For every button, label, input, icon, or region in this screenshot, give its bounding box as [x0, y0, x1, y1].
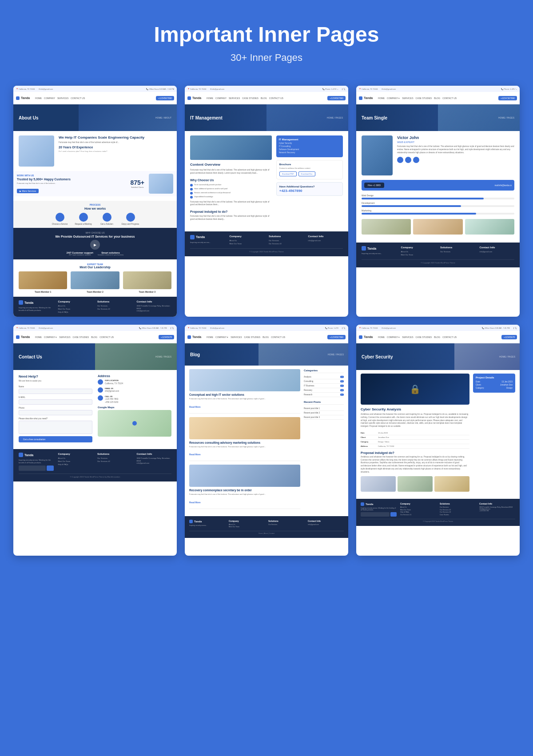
it-management-thumbnail[interactable]: 📍 California, TX 75104 ✉ info@gmail.com …	[185, 86, 348, 317]
it-nav-contact[interactable]: CONTACT US	[269, 97, 283, 99]
it-sidebar-cyber[interactable]: Cyber Security	[279, 142, 340, 144]
about-footer-link-3[interactable]: Help & FAQs	[58, 311, 93, 313]
blog-footer-sol-1[interactable]: Our Services	[268, 524, 304, 525]
blog-nav-services[interactable]: SERVICES	[231, 336, 242, 338]
cyber-security-thumbnail[interactable]: 📍 California, TX 75104 ✉ info@gmail.com …	[356, 325, 520, 556]
blog-recent-1[interactable]: Recent post title 1	[304, 406, 344, 411]
about-play-btn[interactable]: ▶	[90, 240, 100, 250]
cyber-nav-contact[interactable]: CONTACT US	[442, 336, 457, 338]
team-social-li[interactable]	[413, 157, 419, 163]
contact-nav-blog[interactable]: BLOG	[91, 336, 97, 338]
about-footer-sol-2[interactable]: Our Services #2	[97, 308, 132, 310]
about-us-thumbnail[interactable]: 📍 California, TX 75104 ✉ info@gmail.com …	[13, 86, 177, 317]
team-nav-company[interactable]: COMPANY ▾	[387, 97, 400, 99]
cyber-footer-sol-4[interactable]: Case Studies	[440, 514, 476, 516]
contact-phone-input[interactable]	[19, 410, 92, 415]
blog-nav-home[interactable]: HOME	[207, 336, 213, 338]
team-footer-sol-1[interactable]: Our Services	[440, 251, 475, 253]
blog-nav-contact[interactable]: CONTACT US	[271, 336, 285, 338]
cyber-footer-sol-2[interactable]: Our Services #2	[440, 509, 476, 511]
contact-footer-subscribe-btn[interactable]	[47, 466, 54, 471]
cyber-phone-btn[interactable]: +12345678	[501, 335, 517, 339]
team-footer-link-1[interactable]: About Us	[401, 251, 436, 253]
it-phone-btn[interactable]: +1234567890	[327, 96, 346, 100]
contact-nav-home[interactable]: HOME	[35, 336, 42, 338]
about-nav-company[interactable]: COMPANY	[44, 97, 55, 99]
it-download-doc-btn[interactable]: Download Doc	[298, 171, 315, 176]
blog-post-1-read-more[interactable]: Read More	[189, 406, 201, 408]
team-nav-cases[interactable]: CASE STUDIES	[416, 97, 432, 99]
it-nav-blog[interactable]: BLOG	[261, 97, 267, 99]
contact-footer-sol-2[interactable]: Our Services #2	[97, 460, 132, 462]
cyber-footer-link-2[interactable]: Meet Our Team	[400, 509, 436, 511]
it-footer-link-2[interactable]: Meet Our Team	[230, 243, 265, 245]
blog-nav-company[interactable]: COMPANY ▾	[215, 336, 228, 338]
blog-post-3-read-more[interactable]: Read More	[189, 501, 201, 504]
contact-nav-contact[interactable]: CONTACT US	[99, 336, 114, 338]
contact-email-input[interactable]	[19, 399, 92, 405]
about-footer-link-1[interactable]: About Us	[58, 305, 93, 307]
blog-post-2-read-more[interactable]: Read More	[189, 453, 201, 456]
cyber-nav-company[interactable]: COMPANY ▾	[387, 336, 400, 338]
about-footer-sol-1[interactable]: Our Services	[97, 305, 132, 307]
about-nav-home[interactable]: HOME	[35, 97, 42, 99]
contact-footer-link-1[interactable]: About Us	[58, 457, 93, 459]
team-phone-btn[interactable]: +1234 567890	[498, 96, 517, 100]
blog-cat-5[interactable]: Research 1	[304, 393, 344, 397]
cyber-footer-sol-3[interactable]: Our Services #3	[440, 511, 476, 513]
cyber-nav-home[interactable]: HOME	[378, 336, 385, 338]
contact-nav-services[interactable]: SERVICES	[59, 336, 70, 338]
contact-nav-cases[interactable]: CASE STUDIES	[73, 336, 89, 338]
contact-footer-link-2[interactable]: Meet Our Team	[58, 460, 93, 462]
it-nav-services[interactable]: SERVICES	[229, 97, 240, 99]
it-sidebar-software[interactable]: Software Development	[279, 148, 340, 151]
cyber-footer-subscribe-btn[interactable]	[390, 512, 397, 517]
team-nav-services[interactable]: SERVICES	[402, 97, 413, 99]
team-footer-link-2[interactable]: Meet Our Team	[401, 254, 436, 256]
it-download-pdf-btn[interactable]: Download PDF	[279, 171, 297, 176]
blog-recent-3[interactable]: Recent post title 3	[304, 415, 344, 420]
cyber-nav-cases[interactable]: CASE STUDIES	[416, 336, 432, 338]
about-more-services-btn[interactable]: ▶ More Services	[17, 189, 39, 193]
blog-cat-1[interactable]: Analysis 3	[304, 375, 344, 379]
contact-submit-btn[interactable]: Get a free consultation	[19, 436, 92, 442]
it-sidebar-network[interactable]: Network Recovery	[279, 151, 340, 154]
team-hire-btn[interactable]: Hire +1 2683	[364, 183, 384, 188]
about-nav-contact[interactable]: CONTACT US	[71, 97, 85, 99]
cyber-nav-blog[interactable]: BLOG	[434, 336, 440, 338]
blog-thumbnail[interactable]: 📍 California, TX 75104 ✉ info@gmail.com …	[185, 325, 348, 556]
it-footer-sol-2[interactable]: Our Services #2	[269, 243, 304, 245]
about-phone-btn[interactable]: +1234567890	[156, 96, 174, 100]
cyber-footer-sol-1[interactable]: Our Services	[440, 506, 476, 508]
cyber-nav-services[interactable]: SERVICES	[402, 336, 413, 338]
team-single-thumbnail[interactable]: 📍 California, TX 75104 ✉ info@gmail.com …	[356, 86, 520, 317]
contact-nav-company[interactable]: COMPANY ▾	[44, 336, 57, 338]
about-footer-link-2[interactable]: Meet Our Team	[58, 308, 93, 310]
it-nav-cases[interactable]: CASE STUDIES	[242, 97, 259, 99]
contact-name-input[interactable]	[19, 389, 92, 394]
blog-recent-2[interactable]: Recent post title 2	[304, 411, 344, 415]
cyber-footer-link-1[interactable]: About Us	[400, 506, 436, 508]
team-social-fb[interactable]	[397, 157, 403, 163]
blog-cat-2[interactable]: Consulting 5	[304, 379, 344, 384]
blog-footer-link-1[interactable]: About Us	[229, 524, 265, 525]
it-footer-sol-1[interactable]: Our Services	[269, 239, 304, 242]
about-nav-services[interactable]: SERVICES	[57, 97, 68, 99]
team-social-tw[interactable]	[405, 157, 411, 163]
blog-phone-btn[interactable]: +1234567890	[327, 335, 346, 339]
cyber-footer-email-input[interactable]	[361, 512, 390, 517]
cyber-footer-link-4[interactable]: Our Services #1	[400, 514, 436, 516]
team-nav-home[interactable]: HOME	[378, 97, 385, 99]
blog-nav-cases[interactable]: CASE STUDIES	[244, 336, 261, 338]
it-nav-home[interactable]: HOME	[207, 97, 213, 99]
blog-cat-4[interactable]: Recovery 4	[304, 388, 344, 393]
blog-footer-link-2[interactable]: Meet Our Team	[229, 526, 265, 528]
contact-footer-link-3[interactable]: Help & FAQs	[58, 463, 93, 466]
it-sidebar-consulting[interactable]: IT Consulting	[279, 145, 340, 147]
blog-cat-3[interactable]: IT Business 2	[304, 384, 344, 388]
it-nav-company[interactable]: COMPANY	[215, 97, 227, 99]
team-nav-blog[interactable]: BLOG	[434, 97, 440, 99]
blog-nav-blog[interactable]: BLOG	[263, 336, 269, 338]
team-nav-contact[interactable]: CONTACT US	[442, 97, 457, 99]
cyber-footer-link-3[interactable]: Help & FAQs	[400, 511, 436, 513]
